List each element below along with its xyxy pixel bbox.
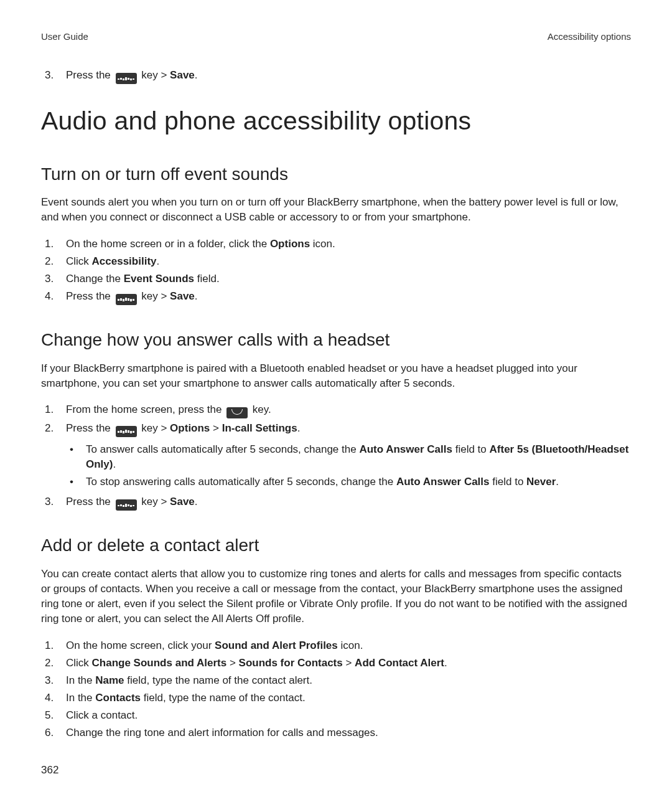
list-item: In the Contacts field, type the name of … — [41, 691, 631, 706]
bullet-text: . — [556, 476, 559, 488]
page-number: 362 — [41, 763, 631, 778]
step-text: key > — [139, 69, 170, 81]
step-text: Change the ring tone and alert informati… — [66, 727, 378, 739]
step-text: Click a contact. — [66, 709, 138, 721]
document-page: User Guide Accessibility options 3. Pres… — [0, 0, 672, 803]
step-text: Press the — [66, 422, 114, 434]
step-bold: Change Sounds and Alerts — [92, 657, 227, 669]
step-text: From the home screen, press the — [66, 404, 225, 415]
step-bold: Options — [270, 238, 310, 250]
list-item: In the Name field, type the name of the … — [41, 673, 631, 688]
heading-2: Add or delete a contact alert — [41, 533, 631, 558]
step-bold: Contacts — [95, 692, 141, 704]
list-item: From the home screen, press the key. — [41, 402, 631, 418]
step-text: Change the — [66, 273, 124, 285]
bullet-bold: Auto Answer Calls — [396, 476, 490, 488]
list-item: On the home screen or in a folder, click… — [41, 237, 631, 252]
ordered-list: From the home screen, press the key. Pre… — [41, 402, 631, 511]
list-item: Press the key > Save. — [41, 289, 631, 305]
step-text: key. — [250, 404, 271, 415]
list-item: Click a contact. — [41, 708, 631, 723]
step-text: > — [226, 657, 238, 669]
bullet-bold: Never — [526, 476, 556, 488]
step-text: . — [297, 422, 301, 434]
header-left: User Guide — [41, 30, 88, 43]
step-text: On the home screen or in a folder, click… — [66, 238, 270, 250]
step-bold: Accessibility — [92, 255, 157, 267]
step-bold: Name — [95, 674, 124, 686]
step-text: . — [444, 657, 447, 669]
page-header: User Guide Accessibility options — [41, 30, 631, 43]
menu-key-icon — [116, 73, 137, 84]
bullet-text: To answer calls automatically after 5 se… — [86, 443, 359, 455]
heading-2: Change how you answer calls with a heads… — [41, 328, 631, 352]
list-item: Click Accessibility. — [41, 254, 631, 269]
step-text: In the — [66, 674, 95, 686]
step-text: Press the — [66, 290, 114, 302]
list-item: Click Change Sounds and Alerts > Sounds … — [41, 656, 631, 671]
step-text: . — [195, 496, 198, 507]
list-item: Change the Event Sounds field. — [41, 271, 631, 286]
bullet-bold: Auto Answer Calls — [359, 443, 452, 455]
step-bold: Event Sounds — [124, 273, 194, 285]
heading-2: Turn on or turn off event sounds — [41, 162, 631, 187]
send-key-icon — [226, 407, 248, 418]
step-text: field, type the name of the contact aler… — [124, 674, 312, 686]
step-text: . — [157, 255, 160, 267]
step-bold: Save — [170, 290, 195, 302]
step-text: Click — [66, 657, 92, 669]
bullet-text: field to — [490, 476, 527, 488]
step-text: field, type the name of the contact. — [141, 692, 306, 704]
step-bold: Save — [170, 69, 195, 81]
step-text: field. — [194, 273, 220, 285]
step-text: Press the — [66, 69, 114, 81]
step-text: icon. — [310, 238, 335, 250]
ordered-list: On the home screen or in a folder, click… — [41, 237, 631, 305]
list-item: Press the key > Save. — [41, 494, 631, 511]
step-text: In the — [66, 692, 95, 704]
step-text: > — [343, 657, 355, 669]
step-bold: In-call Settings — [222, 422, 297, 434]
step-text: Click — [66, 255, 92, 267]
list-item: To answer calls automatically after 5 se… — [66, 442, 631, 472]
ordered-list: On the home screen, click your Sound and… — [41, 638, 631, 741]
list-item: Press the key > Options > In-call Settin… — [41, 421, 631, 489]
header-right: Accessibility options — [548, 30, 631, 43]
body-paragraph: You can create contact alerts that allow… — [41, 567, 631, 627]
step-bold: Add Contact Alert — [355, 657, 444, 669]
bullet-text: field to — [452, 443, 490, 455]
bullet-text: . — [113, 458, 116, 470]
step-text: > — [210, 422, 222, 434]
step-text: On the home screen, click your — [66, 639, 215, 651]
step-text: key > — [139, 422, 170, 434]
orphan-step-3: 3. Press the key > Save. — [41, 68, 631, 84]
bullet-list: To answer calls automatically after 5 se… — [66, 442, 631, 489]
step-bold: Sounds for Contacts — [239, 657, 343, 669]
body-paragraph: If your BlackBerry smartphone is paired … — [41, 361, 631, 391]
step-text: Press the — [66, 496, 114, 507]
step-text: key > — [139, 290, 170, 302]
list-item: Change the ring tone and alert informati… — [41, 725, 631, 740]
step-text: key > — [139, 496, 170, 507]
step-bold: Sound and Alert Profiles — [215, 639, 338, 651]
list-item: To stop answering calls automatically af… — [66, 474, 631, 489]
step-text: icon. — [338, 639, 363, 651]
step-text: . — [195, 69, 198, 81]
body-paragraph: Event sounds alert you when you turn on … — [41, 195, 631, 225]
heading-1: Audio and phone accessibility options — [41, 103, 631, 139]
menu-key-icon — [116, 294, 137, 305]
menu-key-icon — [116, 499, 137, 511]
step-text: . — [195, 290, 198, 302]
step-bold: Options — [170, 422, 210, 434]
list-item: On the home screen, click your Sound and… — [41, 638, 631, 653]
menu-key-icon — [116, 426, 137, 437]
bullet-text: To stop answering calls automatically af… — [86, 476, 396, 488]
step-number: 3. — [45, 68, 54, 83]
step-bold: Save — [170, 496, 195, 507]
